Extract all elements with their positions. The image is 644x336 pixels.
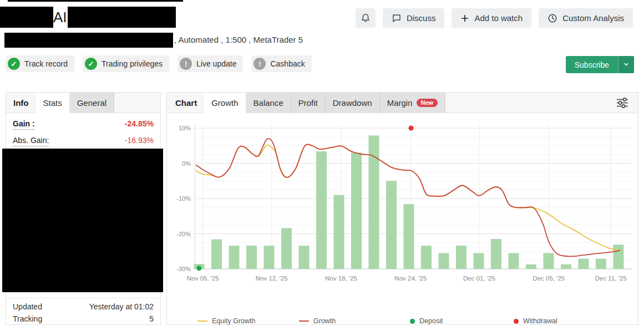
info-panel-footer: Updated Yesterday at 01:02 Tracking 5 bbox=[6, 298, 160, 325]
tracking-row: Tracking 5 bbox=[6, 313, 160, 325]
tab-balance[interactable]: Balance bbox=[246, 93, 291, 113]
exclamation-circle-icon: ! bbox=[180, 58, 192, 70]
legend-label: Withdrawal bbox=[523, 317, 557, 325]
tab-stats[interactable]: Stats bbox=[36, 93, 70, 113]
badge-label: Track record bbox=[24, 59, 68, 68]
stats-list: Gain : -24.85% Abs. Gain: -16.93% bbox=[6, 113, 160, 146]
svg-text:-30%: -30% bbox=[176, 266, 191, 272]
stat-row-abs-gain: Abs. Gain: -16.93% bbox=[13, 136, 154, 146]
subscribe-split-button[interactable]: Subscribe bbox=[566, 56, 634, 73]
gain-value: -24.85% bbox=[125, 119, 154, 128]
equity-growth-line-swatch bbox=[197, 320, 207, 322]
svg-text:10%: 10% bbox=[179, 125, 191, 131]
custom-analysis-button[interactable]: Custom Analysis bbox=[539, 8, 633, 28]
new-badge: New bbox=[417, 99, 438, 107]
account-subtitle: , Automated , 1:500 , MetaTrader 5 bbox=[174, 35, 303, 44]
chart-panel: Chart Growth Balance Profit Drawdown Mar… bbox=[166, 92, 638, 325]
legend-label: Equity Growth bbox=[212, 317, 256, 325]
badge-cashback: ! Cashback bbox=[251, 55, 311, 72]
growth-line-swatch bbox=[299, 320, 309, 322]
legend-equity-growth[interactable]: Equity Growth bbox=[197, 317, 256, 325]
tab-general[interactable]: General bbox=[70, 93, 114, 113]
abs-gain-value: -16.93% bbox=[125, 136, 154, 145]
plus-icon bbox=[460, 14, 469, 23]
tab-margin[interactable]: Margin New bbox=[380, 93, 445, 113]
updated-label: Updated bbox=[13, 302, 42, 311]
updated-value: Yesterday at 01:02 bbox=[89, 302, 154, 311]
tracking-label: Tracking bbox=[13, 314, 42, 323]
subscribe-button[interactable]: Subscribe bbox=[566, 56, 618, 73]
notifications-button[interactable] bbox=[356, 8, 376, 28]
legend-withdrawal[interactable]: Withdrawal bbox=[514, 317, 557, 325]
chart-settings-button[interactable] bbox=[616, 97, 629, 111]
legend-growth[interactable]: Growth bbox=[299, 317, 336, 325]
svg-text:0%: 0% bbox=[182, 160, 191, 167]
check-circle-icon: ✓ bbox=[85, 58, 97, 70]
custom-analysis-label: Custom Analysis bbox=[562, 13, 624, 23]
bell-icon bbox=[361, 13, 371, 23]
tab-drawdown[interactable]: Drawdown bbox=[326, 93, 380, 113]
chart-panel-tabs: Chart Growth Balance Profit Drawdown Mar… bbox=[167, 93, 638, 113]
deposit-dot-swatch bbox=[410, 319, 415, 324]
subscribe-dropdown-toggle[interactable] bbox=[618, 56, 634, 73]
add-to-watch-button[interactable]: Add to watch bbox=[452, 8, 531, 28]
add-to-watch-label: Add to watch bbox=[474, 13, 523, 23]
legend-label: Deposit bbox=[419, 317, 443, 325]
redacted-info-panel bbox=[2, 149, 163, 292]
growth-chart[interactable]: 10%0%-10%-20%-30%Nov 05, '25Nov 12, '25N… bbox=[167, 113, 638, 286]
badge-label: Trading privileges bbox=[102, 59, 163, 68]
clock-icon bbox=[547, 13, 557, 23]
svg-text:Nov 12, '25: Nov 12, '25 bbox=[256, 275, 288, 282]
svg-text:Nov 05, '25: Nov 05, '25 bbox=[187, 275, 219, 282]
redacted-account-name-1 bbox=[0, 7, 53, 28]
margin-label: Margin bbox=[387, 98, 413, 108]
tab-growth[interactable]: Growth bbox=[204, 93, 246, 113]
sliders-icon bbox=[616, 101, 629, 110]
speech-bubble-icon bbox=[392, 13, 402, 23]
exclamation-circle-icon: ! bbox=[253, 58, 266, 70]
tracking-value: 5 bbox=[149, 314, 154, 323]
svg-text:Nov 18, '25: Nov 18, '25 bbox=[325, 275, 357, 282]
legend-label: Growth bbox=[313, 317, 336, 325]
stat-row-gain: Gain : -24.85% bbox=[13, 119, 154, 130]
badge-trading-privileges: ✓ Trading privileges bbox=[83, 55, 169, 72]
svg-text:-10%: -10% bbox=[176, 195, 191, 202]
svg-text:Dec 01, '25: Dec 01, '25 bbox=[463, 275, 495, 282]
growth-chart-area: 10%0%-10%-20%-30%Nov 05, '25Nov 12, '25N… bbox=[167, 113, 638, 325]
withdrawal-dot-swatch bbox=[514, 319, 519, 324]
header-actions: Discuss Add to watch Custom Analysis bbox=[356, 8, 633, 28]
discuss-label: Discuss bbox=[407, 13, 436, 23]
svg-text:Dec 05, '25: Dec 05, '25 bbox=[533, 275, 565, 282]
redacted-strip bbox=[8, 0, 183, 2]
tab-profit[interactable]: Profit bbox=[291, 93, 326, 113]
page-title: AI bbox=[53, 9, 67, 26]
chart-legend: Equity Growth Growth Deposit Withdrawal bbox=[167, 317, 638, 327]
tab-info[interactable]: Info bbox=[6, 93, 36, 113]
legend-deposit[interactable]: Deposit bbox=[410, 317, 443, 325]
info-panel-tabs: Info Stats General bbox=[6, 93, 160, 113]
gain-label: Gain : bbox=[13, 119, 35, 130]
svg-text:Nov 24, '25: Nov 24, '25 bbox=[394, 275, 427, 282]
abs-gain-label: Abs. Gain: bbox=[13, 136, 49, 146]
verification-badges: ✓ Track record ✓ Trading privileges ! Li… bbox=[6, 55, 312, 72]
redacted-subtitle bbox=[4, 33, 173, 48]
check-circle-icon: ✓ bbox=[8, 58, 20, 70]
svg-text:-20%: -20% bbox=[176, 231, 191, 237]
redacted-account-name-2 bbox=[68, 7, 176, 28]
tab-chart[interactable]: Chart bbox=[168, 93, 204, 113]
chevron-down-icon bbox=[623, 60, 630, 70]
discuss-button[interactable]: Discuss bbox=[383, 8, 445, 28]
badge-label: Cashback bbox=[270, 59, 305, 68]
badge-track-record: ✓ Track record bbox=[6, 55, 74, 72]
updated-row: Updated Yesterday at 01:02 bbox=[6, 301, 160, 313]
svg-text:Dec 11, '25: Dec 11, '25 bbox=[595, 275, 627, 282]
badge-label: Live update bbox=[196, 59, 236, 68]
badge-live-update: ! Live update bbox=[178, 55, 243, 72]
